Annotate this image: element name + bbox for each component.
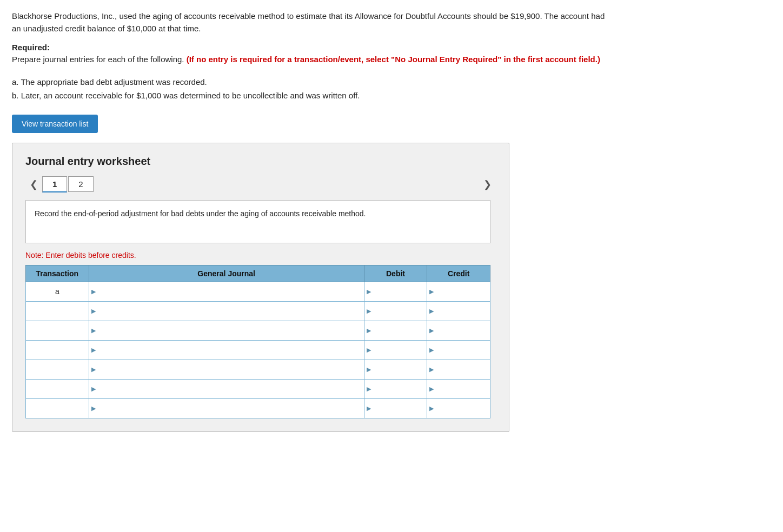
cell-transaction-3 xyxy=(26,340,89,360)
tab-navigation: ❮ 1 2 ❯ xyxy=(25,176,496,192)
tab-prev-chevron[interactable]: ❮ xyxy=(25,176,42,192)
table-row xyxy=(26,301,490,321)
input-credit-3[interactable] xyxy=(427,343,490,356)
input-general-journal-1[interactable] xyxy=(89,304,364,317)
cell-debit-5[interactable] xyxy=(364,379,427,398)
input-credit-5[interactable] xyxy=(427,382,490,395)
cell-debit-1[interactable] xyxy=(364,301,427,321)
intro-paragraph: Blackhorse Productions, Inc., used the a… xyxy=(12,10,607,35)
cell-credit-6[interactable] xyxy=(427,398,490,418)
cell-credit-3[interactable] xyxy=(427,340,490,360)
input-credit-2[interactable] xyxy=(427,324,490,337)
view-transaction-button[interactable]: View transaction list xyxy=(12,115,98,133)
cell-general-journal-3[interactable] xyxy=(89,340,364,360)
col-header-debit: Debit xyxy=(364,265,427,282)
instruction-box: Record the end-of-period adjustment for … xyxy=(25,200,490,243)
required-body: Prepare journal entries for each of the … xyxy=(12,53,661,65)
table-row xyxy=(26,321,490,340)
journal-entry-worksheet: Journal entry worksheet ❮ 1 2 ❯ Record t… xyxy=(12,143,509,432)
input-general-journal-6[interactable] xyxy=(89,402,364,415)
cell-general-journal-1[interactable] xyxy=(89,301,364,321)
tab-1[interactable]: 1 xyxy=(42,176,67,192)
cell-transaction-2 xyxy=(26,321,89,340)
table-row: a xyxy=(26,282,490,301)
input-debit-2[interactable] xyxy=(364,324,427,337)
journal-table: Transaction General Journal Debit Credit… xyxy=(25,265,490,418)
input-debit-6[interactable] xyxy=(364,402,427,415)
cell-general-journal-4[interactable] xyxy=(89,360,364,379)
input-general-journal-4[interactable] xyxy=(89,363,364,376)
cell-credit-1[interactable] xyxy=(427,301,490,321)
required-body-plain: Prepare journal entries for each of the … xyxy=(12,55,184,64)
input-general-journal-2[interactable] xyxy=(89,324,364,337)
col-header-general-journal: General Journal xyxy=(89,265,364,282)
cell-transaction-4 xyxy=(26,360,89,379)
input-debit-4[interactable] xyxy=(364,363,427,376)
input-credit-4[interactable] xyxy=(427,363,490,376)
scenario-list: a. The appropriate bad debt adjustment w… xyxy=(12,75,771,103)
input-credit-6[interactable] xyxy=(427,402,490,415)
table-row xyxy=(26,340,490,360)
cell-credit-2[interactable] xyxy=(427,321,490,340)
required-body-red: (If no entry is required for a transacti… xyxy=(187,55,600,64)
cell-debit-0[interactable] xyxy=(364,282,427,301)
input-debit-3[interactable] xyxy=(364,343,427,356)
cell-general-journal-0[interactable] xyxy=(89,282,364,301)
cell-general-journal-6[interactable] xyxy=(89,398,364,418)
cell-debit-6[interactable] xyxy=(364,398,427,418)
input-general-journal-5[interactable] xyxy=(89,382,364,395)
cell-debit-4[interactable] xyxy=(364,360,427,379)
cell-credit-0[interactable] xyxy=(427,282,490,301)
input-general-journal-3[interactable] xyxy=(89,343,364,356)
cell-transaction-1 xyxy=(26,301,89,321)
table-row xyxy=(26,398,490,418)
required-label: Required: xyxy=(12,43,661,52)
worksheet-title: Journal entry worksheet xyxy=(25,155,496,168)
col-header-transaction: Transaction xyxy=(26,265,89,282)
cell-general-journal-5[interactable] xyxy=(89,379,364,398)
note-text: Note: Enter debits before credits. xyxy=(25,251,496,260)
input-credit-0[interactable] xyxy=(427,285,490,298)
table-row xyxy=(26,360,490,379)
tab-2[interactable]: 2 xyxy=(68,176,93,192)
cell-general-journal-2[interactable] xyxy=(89,321,364,340)
cell-debit-3[interactable] xyxy=(364,340,427,360)
cell-transaction-5 xyxy=(26,379,89,398)
required-section: Required: Prepare journal entries for ea… xyxy=(12,43,661,65)
input-general-journal-0[interactable] xyxy=(89,285,364,298)
col-header-credit: Credit xyxy=(427,265,490,282)
table-row xyxy=(26,379,490,398)
input-debit-1[interactable] xyxy=(364,304,427,317)
scenario-a: a. The appropriate bad debt adjustment w… xyxy=(12,75,771,89)
cell-transaction-0: a xyxy=(26,282,89,301)
input-debit-5[interactable] xyxy=(364,382,427,395)
tab-next-chevron[interactable]: ❯ xyxy=(479,176,496,192)
cell-debit-2[interactable] xyxy=(364,321,427,340)
cell-credit-4[interactable] xyxy=(427,360,490,379)
cell-transaction-6 xyxy=(26,398,89,418)
input-credit-1[interactable] xyxy=(427,304,490,317)
scenario-b: b. Later, an account receivable for $1,0… xyxy=(12,89,771,103)
cell-credit-5[interactable] xyxy=(427,379,490,398)
input-debit-0[interactable] xyxy=(364,285,427,298)
